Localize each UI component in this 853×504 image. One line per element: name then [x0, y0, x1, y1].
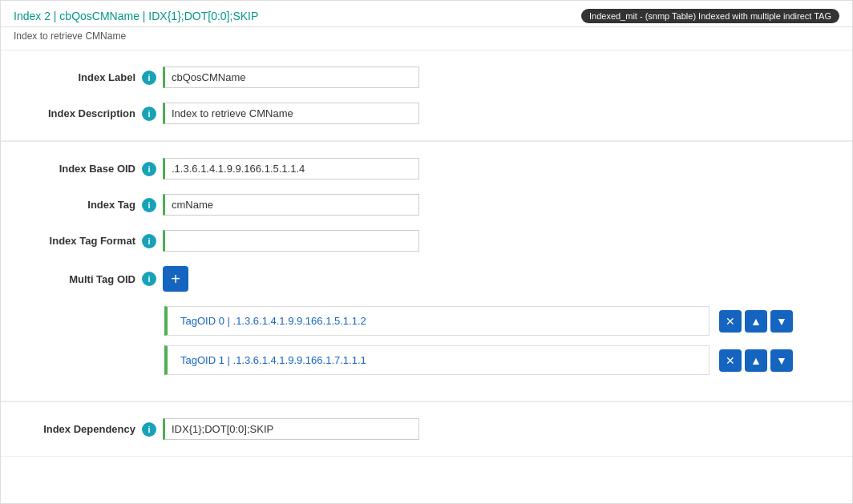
- oid-up-button-0[interactable]: ▲: [745, 310, 767, 333]
- index-tag-row: Index Tag i: [14, 194, 839, 216]
- index-label-input[interactable]: [163, 67, 419, 88]
- index-base-oid-row: Index Base OID i: [14, 158, 839, 179]
- index-tag-input[interactable]: [163, 194, 419, 216]
- form-section-bottom: Index Dependency i: [1, 402, 852, 457]
- multi-tag-oid-label: Multi Tag OID: [14, 273, 142, 285]
- oid-link-0[interactable]: TagOID 0 | .1.3.6.1.4.1.9.9.166.1.5.1.1.…: [180, 315, 366, 327]
- oid-down-button-0[interactable]: ▼: [770, 310, 793, 333]
- oid-item-0: TagOID 0 | .1.3.6.1.4.1.9.9.166.1.5.1.1.…: [164, 306, 839, 336]
- multi-tag-oid-row: Multi Tag OID i +: [14, 266, 839, 292]
- subtitle: Index to retrieve CMName: [1, 27, 852, 50]
- index-tag-format-row: Index Tag Format i: [14, 230, 839, 252]
- oid-item-1: TagOID 1 | .1.3.6.1.4.1.9.9.166.1.7.1.1.…: [164, 345, 839, 375]
- index-dependency-row: Index Dependency i: [14, 418, 839, 440]
- index-label-info-icon[interactable]: i: [142, 71, 156, 85]
- index-tag-label: Index Tag: [14, 199, 142, 211]
- index-label-row: Index Label i: [14, 67, 839, 88]
- oid-down-button-1[interactable]: ▼: [770, 349, 793, 372]
- index-description-row: Index Description i: [14, 103, 839, 124]
- oid-actions-0: ✕ ▲ ▼: [719, 310, 793, 333]
- oid-link-1[interactable]: TagOID 1 | .1.3.6.1.4.1.9.9.166.1.7.1.1.…: [180, 354, 366, 366]
- index-dependency-input[interactable]: [163, 418, 419, 440]
- page-container: Index 2 | cbQosCMName | IDX{1};DOT[0:0];…: [0, 0, 853, 504]
- index-description-info-icon[interactable]: i: [142, 107, 156, 121]
- index-base-oid-info-icon[interactable]: i: [142, 162, 156, 176]
- index-tag-format-label: Index Tag Format: [14, 235, 142, 247]
- header-title[interactable]: Index 2 | cbQosCMName | IDX{1};DOT[0:0];…: [14, 10, 258, 22]
- index-label-label: Index Label: [14, 71, 142, 83]
- index-dependency-label: Index Dependency: [14, 423, 142, 435]
- oid-up-button-1[interactable]: ▲: [745, 349, 767, 372]
- top-header: Index 2 | cbQosCMName | IDX{1};DOT[0:0];…: [1, 1, 852, 27]
- index-base-oid-label: Index Base OID: [14, 163, 142, 175]
- oid-delete-button-0[interactable]: ✕: [719, 310, 742, 333]
- oid-card-0: TagOID 0 | .1.3.6.1.4.1.9.9.166.1.5.1.1.…: [164, 306, 709, 336]
- form-section-top: Index Label i Index Description i: [1, 50, 852, 141]
- index-tag-info-icon[interactable]: i: [142, 198, 156, 212]
- index-tag-format-info-icon[interactable]: i: [142, 234, 156, 248]
- index-tag-format-input[interactable]: [163, 230, 419, 252]
- oid-card-1: TagOID 1 | .1.3.6.1.4.1.9.9.166.1.7.1.1.…: [164, 345, 709, 375]
- index-description-label: Index Description: [14, 107, 142, 119]
- oid-delete-button-1[interactable]: ✕: [719, 349, 742, 372]
- badge: Indexed_mit - (snmp Table) Indexed with …: [581, 9, 839, 23]
- index-base-oid-input[interactable]: [163, 158, 419, 179]
- form-section-mid: Index Base OID i Index Tag i Index Tag F…: [1, 142, 852, 401]
- index-description-input[interactable]: [163, 103, 419, 124]
- oid-actions-1: ✕ ▲ ▼: [719, 349, 793, 372]
- multi-tag-oid-info-icon[interactable]: i: [142, 272, 156, 286]
- add-multi-tag-oid-button[interactable]: +: [163, 266, 188, 292]
- multi-oid-wrapper: TagOID 0 | .1.3.6.1.4.1.9.9.166.1.5.1.1.…: [164, 306, 839, 375]
- index-dependency-info-icon[interactable]: i: [142, 422, 156, 437]
